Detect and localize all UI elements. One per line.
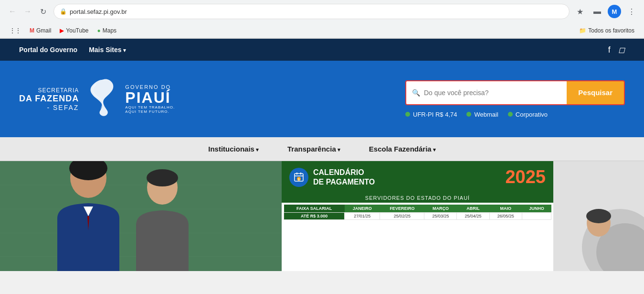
search-icon: 🔍 xyxy=(412,89,420,97)
header-section: SECRETARIA DA FAZENDA - SEFAZ GOVERNO DO… xyxy=(0,61,644,137)
piaui-label: PIAUÍ xyxy=(125,90,175,105)
col-junho: JUNHO xyxy=(522,205,551,213)
url-text: portal.sefaz.pi.gov.br xyxy=(70,8,563,15)
gmail-icon: M xyxy=(30,27,34,34)
col-janeiro: JANEIRO xyxy=(345,205,380,213)
social-links: f ◻ xyxy=(608,45,625,55)
calendar-svg-icon: $ xyxy=(293,172,305,183)
bookmark-gmail[interactable]: M Gmail xyxy=(26,26,55,35)
favorites-label: Todos os favoritos xyxy=(588,27,634,34)
table-row: ATÉ R$ 3.000 27/01/25 25/02/25 25/03/25 … xyxy=(284,213,551,220)
col-abril: ABRIL xyxy=(457,205,489,213)
ufr-label: UFR-PI R$ 4,74 xyxy=(413,111,457,118)
col-fevereiro: FEVEREIRO xyxy=(380,205,424,213)
nav-buttons: ← → ↻ xyxy=(6,5,50,18)
extensions-button[interactable]: ▬ xyxy=(591,5,604,18)
top-navigation: Portal do Governo Mais Sites f ◻ xyxy=(0,39,644,61)
secretaria-label: SECRETARIA xyxy=(19,87,79,94)
instagram-icon[interactable]: ◻ xyxy=(618,45,625,55)
facebook-icon[interactable]: f xyxy=(608,45,611,55)
youtube-icon: ▶ xyxy=(60,27,64,34)
main-navigation: Institucionais Transparência Escola Faze… xyxy=(0,137,644,161)
calendar-table-area: FAIXA SALARIAL JANEIRO FEVEREIRO MARÇO A… xyxy=(282,203,553,222)
faixa-value: ATÉ R$ 3.000 xyxy=(284,213,345,220)
col-faixa-salarial: FAIXA SALARIAL xyxy=(284,205,345,213)
portal-governo-link[interactable]: Portal do Governo xyxy=(19,46,77,54)
browser-actions: ★ ▬ M ⋮ xyxy=(573,5,638,18)
jun-date xyxy=(522,213,551,220)
webmail-link[interactable]: Webmail xyxy=(466,111,498,118)
abr-date: 25/04/25 xyxy=(457,213,489,220)
webmail-label: Webmail xyxy=(474,111,498,118)
people-image xyxy=(0,161,282,271)
search-input[interactable] xyxy=(424,83,561,102)
svg-point-17 xyxy=(586,209,611,223)
bookmark-apps[interactable]: ⋮⋮ xyxy=(6,26,25,35)
right-person-svg xyxy=(553,161,644,271)
calendar-subtitle: SERVIDORES DO ESTADO DO PIAUÍ xyxy=(282,193,553,203)
browser-chrome: ← → ↻ 🔒 portal.sefaz.pi.gov.br ★ ▬ M ⋮ ⋮… xyxy=(0,0,644,39)
sefaz-label: - SEFAZ xyxy=(19,104,79,111)
da-fazenda-label: DA FAZENDA xyxy=(19,94,79,104)
calendar-card: $ CALENDÁRIO DE PAGAMENTO 2025 SERVIDORE… xyxy=(282,161,553,271)
logo-area: SECRETARIA DA FAZENDA - SEFAZ GOVERNO DO… xyxy=(19,77,175,120)
corporativo-label: Corporativo xyxy=(516,111,548,118)
search-input-wrapper: 🔍 xyxy=(406,81,567,104)
refresh-button[interactable]: ↻ xyxy=(36,5,50,18)
gmail-label: Gmail xyxy=(36,27,51,34)
corporativo-dot xyxy=(508,112,513,117)
mais-sites-link[interactable]: Mais Sites xyxy=(89,46,126,54)
calendar-table: FAIXA SALARIAL JANEIRO FEVEREIRO MARÇO A… xyxy=(284,205,551,220)
lock-icon: 🔒 xyxy=(60,8,67,15)
emblem-svg xyxy=(86,77,117,120)
youtube-label: YouTube xyxy=(66,27,88,34)
ufr-link[interactable]: UFR-PI R$ 4,74 xyxy=(405,111,457,118)
ufr-dot xyxy=(405,112,410,117)
secretaria-text: SECRETARIA DA FAZENDA - SEFAZ xyxy=(19,87,79,111)
calendar-icon: $ xyxy=(289,168,308,187)
calendar-header: $ CALENDÁRIO DE PAGAMENTO 2025 xyxy=(282,161,553,193)
address-bar[interactable]: 🔒 portal.sefaz.pi.gov.br xyxy=(53,4,570,19)
search-box-container: 🔍 Pesquisar ← xyxy=(405,80,625,105)
profile-button[interactable]: M xyxy=(608,5,621,18)
calendar-title-area: CALENDÁRIO DE PAGAMENTO xyxy=(313,168,500,186)
aqui-tem-label: AQUI TEM TRABALHO. xyxy=(125,105,175,109)
maps-icon: ● xyxy=(97,27,101,34)
nav-institucionais[interactable]: Institucionais xyxy=(208,138,259,160)
site-content: Portal do Governo Mais Sites f ◻ SECRETA… xyxy=(0,39,644,271)
mar-date: 25/03/25 xyxy=(424,213,457,220)
quick-links: UFR-PI R$ 4,74 Webmail Corporativo xyxy=(405,111,548,118)
nav-transparencia[interactable]: Transparência xyxy=(287,138,340,160)
right-panel xyxy=(553,161,644,271)
calendar-year: 2025 xyxy=(505,167,546,187)
calendar-title-line1: CALENDÁRIO xyxy=(313,168,500,177)
webmail-dot xyxy=(466,112,471,117)
maps-label: Maps xyxy=(103,27,116,34)
bookmarks-bar: ⋮⋮ M Gmail ▶ YouTube ● Maps 📁 Todos os f… xyxy=(0,23,644,38)
search-area: 🔍 Pesquisar ← UFR-PI R$ 4,74 Webmail xyxy=(405,80,625,118)
menu-button[interactable]: ⋮ xyxy=(625,5,638,18)
back-button[interactable]: ← xyxy=(6,5,19,18)
browser-toolbar: ← → ↻ 🔒 portal.sefaz.pi.gov.br ★ ▬ M ⋮ xyxy=(0,0,644,23)
forward-button[interactable]: → xyxy=(21,5,34,18)
top-nav-links: Portal do Governo Mais Sites xyxy=(19,46,126,54)
hero-image xyxy=(0,161,282,271)
nav-escola[interactable]: Escola Fazendária xyxy=(369,138,436,160)
bookmark-youtube[interactable]: ▶ YouTube xyxy=(56,26,92,35)
folder-icon: 📁 xyxy=(579,27,586,34)
search-button[interactable]: Pesquisar xyxy=(567,81,624,104)
fev-date: 25/02/25 xyxy=(380,213,424,220)
bookmark-star-button[interactable]: ★ xyxy=(573,5,587,18)
apps-icon: ⋮⋮ xyxy=(10,27,21,34)
person2-svg xyxy=(0,161,282,271)
calendar-title-line2: DE PAGAMENTO xyxy=(313,177,500,186)
aqui-futuro-label: AQUI TEM FUTURO. xyxy=(125,109,175,114)
content-area: $ CALENDÁRIO DE PAGAMENTO 2025 SERVIDORE… xyxy=(0,161,644,271)
col-maio: MAIO xyxy=(489,205,522,213)
governo-piaui-text: GOVERNO DO PIAUÍ AQUI TEM TRABALHO. AQUI… xyxy=(125,84,175,114)
content-right: $ CALENDÁRIO DE PAGAMENTO 2025 SERVIDORE… xyxy=(282,161,644,271)
svg-point-8 xyxy=(147,169,178,186)
bookmark-maps[interactable]: ● Maps xyxy=(94,26,121,35)
corporativo-link[interactable]: Corporativo xyxy=(508,111,548,118)
all-favorites[interactable]: 📁 Todos os favoritos xyxy=(575,26,638,35)
